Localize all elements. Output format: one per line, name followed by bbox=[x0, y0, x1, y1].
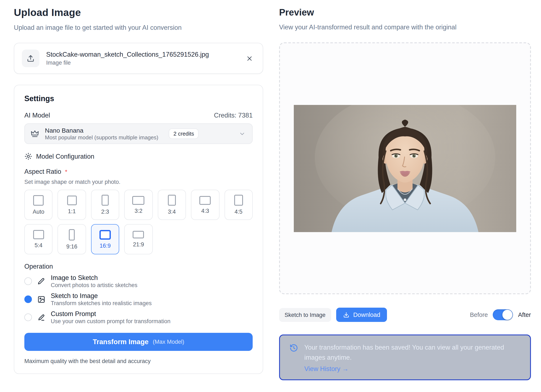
before-after-toggle[interactable] bbox=[493, 309, 513, 320]
operation-label: Operation bbox=[24, 263, 253, 270]
operation-title: Sketch to Image bbox=[51, 292, 152, 300]
file-meta: StockCake-woman_sketch_Collections_17652… bbox=[46, 51, 209, 66]
radio-unchecked[interactable] bbox=[24, 314, 32, 321]
operation-description: Transform sketches into realistic images bbox=[51, 300, 152, 306]
ratio-option-21-9[interactable]: 21:9 bbox=[125, 224, 153, 254]
ratio-option-1-1[interactable]: 1:1 bbox=[58, 190, 86, 220]
operation-title: Custom Prompt bbox=[51, 310, 170, 318]
ratio-label: 3:4 bbox=[168, 209, 176, 215]
ratio-option-9-16[interactable]: 9:16 bbox=[58, 224, 86, 254]
aspect-ratio-label: Aspect Ratio bbox=[24, 168, 61, 175]
ratio-label: 5:4 bbox=[35, 242, 43, 248]
ratio-option-4-3[interactable]: 4:3 bbox=[191, 190, 219, 220]
model-select[interactable]: Nano Banana Most popular model (supports… bbox=[24, 123, 253, 144]
ratio-shape-icon bbox=[33, 230, 44, 239]
ratio-label: 1:1 bbox=[68, 208, 76, 214]
preview-subtitle: View your AI-transformed result and comp… bbox=[279, 24, 531, 31]
ratio-option-3-4[interactable]: 3:4 bbox=[158, 190, 186, 220]
ai-model-row: AI Model Credits: 7381 bbox=[24, 112, 253, 119]
ratio-option-16-9-selected[interactable]: 16:9 bbox=[91, 224, 120, 254]
upload-panel: Upload Image Upload an image file to get… bbox=[14, 0, 263, 374]
ratio-shape-icon bbox=[33, 195, 44, 205]
ratio-label: 9:16 bbox=[66, 243, 78, 250]
model-texts: Nano Banana Most popular model (supports… bbox=[45, 127, 158, 141]
ratio-shape-icon bbox=[67, 195, 77, 205]
operation-description: Convert photos to artistic sketches bbox=[51, 282, 137, 288]
operation-description: Use your own custom prompt for transform… bbox=[51, 318, 170, 324]
ratio-shape-icon bbox=[102, 195, 109, 206]
uploaded-file-card: StockCake-woman_sketch_Collections_17652… bbox=[14, 43, 263, 74]
ratio-label: 3:2 bbox=[135, 208, 142, 214]
model-name: Nano Banana bbox=[45, 127, 158, 134]
view-history-link[interactable]: View History → bbox=[304, 365, 349, 373]
image-icon bbox=[37, 295, 46, 304]
download-icon bbox=[343, 311, 349, 318]
operation-mode-badge: Sketch to Image bbox=[279, 308, 331, 322]
close-icon bbox=[246, 55, 252, 62]
ratio-label: Auto bbox=[33, 208, 45, 215]
after-label: After bbox=[518, 311, 531, 318]
preview-title: Preview bbox=[279, 7, 531, 18]
model-cost-badge: 2 credits bbox=[169, 128, 198, 139]
model-description: Most popular model (supports multiple im… bbox=[45, 134, 158, 141]
ratio-option-auto[interactable]: Auto bbox=[24, 190, 53, 220]
ratio-label: 21:9 bbox=[133, 241, 144, 248]
operation-custom-prompt[interactable]: Custom Prompt Use your own custom prompt… bbox=[24, 310, 253, 324]
ratio-option-5-4[interactable]: 5:4 bbox=[24, 224, 53, 254]
transform-label: Transform Image bbox=[93, 338, 149, 346]
app-root: Upload Image Upload an image file to get… bbox=[0, 0, 541, 392]
download-button[interactable]: Download bbox=[336, 308, 387, 322]
notification-message: Your transformation has been saved! You … bbox=[304, 342, 521, 363]
download-label: Download bbox=[353, 311, 380, 318]
ratio-option-3-2[interactable]: 3:2 bbox=[125, 190, 153, 220]
history-clock-icon bbox=[289, 343, 298, 373]
settings-title: Settings bbox=[24, 94, 253, 103]
ratio-shape-icon bbox=[133, 231, 144, 238]
ratio-label: 4:5 bbox=[235, 209, 243, 215]
before-after-group: Before After bbox=[470, 309, 531, 320]
result-image[interactable] bbox=[294, 105, 516, 232]
model-configuration-label: Model Configuration bbox=[36, 152, 94, 160]
pencil-icon bbox=[37, 277, 46, 286]
ratio-shape-icon bbox=[132, 196, 145, 205]
ratio-shape-icon bbox=[168, 195, 176, 206]
radio-unchecked[interactable] bbox=[24, 277, 32, 285]
file-name: StockCake-woman_sketch_Collections_17652… bbox=[46, 51, 209, 58]
file-type-label: Image file bbox=[46, 60, 209, 66]
remove-file-button[interactable] bbox=[244, 52, 255, 64]
ratio-shape-icon bbox=[234, 195, 243, 206]
transform-image-button[interactable]: Transform Image (Max Model) bbox=[24, 333, 253, 351]
ratio-option-2-3[interactable]: 2:3 bbox=[91, 190, 120, 220]
upload-subtitle: Upload an image file to get started with… bbox=[14, 24, 263, 31]
transform-sublabel: (Max Model) bbox=[153, 339, 184, 345]
crown-icon bbox=[30, 129, 39, 138]
radio-checked[interactable] bbox=[24, 295, 32, 303]
preview-controls: Sketch to Image Download Before After bbox=[279, 308, 531, 322]
ratio-label: 16:9 bbox=[100, 242, 111, 249]
saved-notification: Your transformation has been saved! You … bbox=[279, 335, 531, 380]
preview-panel: Preview View your AI-transformed result … bbox=[279, 0, 531, 380]
ratio-label: 4:3 bbox=[201, 208, 209, 214]
aspect-ratio-header: Aspect Ratio * bbox=[24, 168, 253, 175]
preview-dropzone bbox=[279, 42, 531, 294]
model-configuration-toggle[interactable]: Model Configuration bbox=[24, 152, 253, 160]
settings-card: Settings AI Model Credits: 7381 Nano Ban… bbox=[14, 85, 263, 374]
ratio-shape-icon bbox=[69, 229, 75, 240]
toggle-knob[interactable] bbox=[503, 310, 513, 320]
operation-title: Image to Sketch bbox=[51, 274, 137, 282]
before-label: Before bbox=[470, 311, 488, 318]
ratio-label: 2:3 bbox=[101, 209, 109, 215]
credits-counter: Credits: 7381 bbox=[214, 112, 253, 119]
operation-image-to-sketch[interactable]: Image to Sketch Convert photos to artist… bbox=[24, 274, 253, 288]
pen-line-icon bbox=[37, 313, 46, 322]
ai-model-label: AI Model bbox=[24, 112, 50, 119]
ratio-option-4-5[interactable]: 4:5 bbox=[224, 190, 253, 220]
ratio-shape-icon bbox=[99, 230, 111, 240]
quality-footnote: Maximum quality with the best detail and… bbox=[24, 358, 253, 364]
upload-icon bbox=[22, 50, 39, 67]
aspect-ratio-grid: Auto 1:1 2:3 3:2 3:4 bbox=[24, 190, 253, 254]
operation-sketch-to-image-selected[interactable]: Sketch to Image Transform sketches into … bbox=[24, 292, 253, 306]
ratio-shape-icon bbox=[200, 196, 211, 205]
upload-title: Upload Image bbox=[14, 7, 263, 18]
required-asterisk: * bbox=[65, 168, 67, 175]
